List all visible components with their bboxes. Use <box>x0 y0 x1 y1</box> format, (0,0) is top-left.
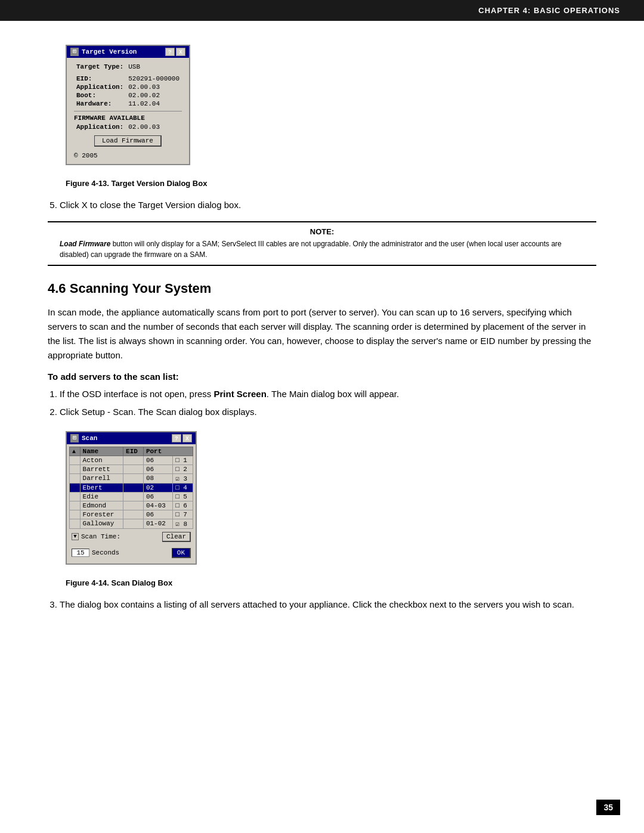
section-title: Scanning Your System <box>70 281 212 296</box>
row-sort-cell <box>70 483 80 492</box>
dialog-controls: ? X <box>165 48 185 56</box>
scan-time-row: ▼ Scan Time: Clear <box>69 529 193 545</box>
step-3-text: The dialog box contains a listing of all… <box>60 599 574 609</box>
row-name: Darrell <box>80 473 123 483</box>
step-3-item: The dialog box contains a listing of all… <box>60 598 596 612</box>
step-1-item: If the OSD interface is not open, press … <box>60 388 596 401</box>
dialog-titlebar: ⊞ Target Version ? X <box>67 46 189 58</box>
row-check-num[interactable]: □ 7 <box>173 510 193 519</box>
hardware-value: 11.02.04 <box>126 100 182 108</box>
row-port: 06 <box>143 492 172 501</box>
note-rest-text: button will only display for a SAM; Serv… <box>60 240 562 259</box>
row-sort-cell <box>70 465 80 473</box>
row-name: Forester <box>80 510 123 519</box>
step-5-list: Click X to close the Target Version dial… <box>60 199 596 212</box>
app-label: Application: <box>74 83 126 91</box>
row-sort-cell <box>70 519 80 528</box>
row-port: 06 <box>143 465 172 473</box>
row-check-num[interactable]: □ 4 <box>173 483 193 492</box>
row-port: 08 <box>143 473 172 483</box>
row-name: Edie <box>80 492 123 501</box>
hardware-row: Hardware: 11.02.04 <box>74 100 182 108</box>
boot-label: Boot: <box>74 91 126 100</box>
step-5-text: Click X to close the Target Version dial… <box>60 200 241 210</box>
figure13-caption: Figure 4-13. Target Version Dialog Box <box>66 179 596 188</box>
scan-table-row: Galloway 01-02 ☑ 8 <box>70 519 193 528</box>
scan-seconds-row: 15 Seconds OK <box>69 545 193 561</box>
row-check-num[interactable]: □ 6 <box>173 501 193 510</box>
scan-dialog-app-icon: ⊞ <box>70 434 79 442</box>
scan-seconds-label: Seconds <box>92 549 119 556</box>
app-value: 02.00.03 <box>126 83 182 91</box>
section-46-heading: 4.6 Scanning Your System <box>48 281 596 296</box>
scan-time-input[interactable]: 15 <box>72 549 89 557</box>
scan-close-button[interactable]: X <box>182 434 192 442</box>
row-port: 06 <box>143 510 172 519</box>
target-type-row: Target Type: USB <box>74 63 182 71</box>
scan-help-button[interactable]: ? <box>172 434 181 442</box>
fw-app-label: Application: <box>74 123 126 131</box>
eid-row: EID: 520291-000000 <box>74 75 182 83</box>
scan-table-row: Acton 06 □ 1 <box>70 456 193 465</box>
row-port: 01-02 <box>143 519 172 528</box>
close-button[interactable]: X <box>176 48 185 56</box>
target-type-label: Target Type: <box>74 63 126 71</box>
row-check-num[interactable]: □ 1 <box>173 456 193 465</box>
step-1-text-before: If the OSD interface is not open, press <box>60 389 213 399</box>
page-number: 35 <box>596 800 620 815</box>
row-name: Edmond <box>80 501 123 510</box>
row-sort-cell <box>70 473 80 483</box>
note-title: NOTE: <box>60 227 584 236</box>
scan-dialog-controls: ? X <box>172 434 192 442</box>
scan-dialog: ⊞ Scan ? X ▲ Name EID Port <box>66 431 197 565</box>
dialog-app-icon: ⊞ <box>70 48 79 56</box>
version-info-table: Target Type: USB EID: 520291-000000 Appl… <box>74 63 182 108</box>
step-1-text: If the OSD interface is not open, press … <box>60 389 399 399</box>
copyright-text: © 2005 <box>74 152 182 159</box>
row-sort-cell <box>70 510 80 519</box>
scan-table-row: Edie 06 □ 5 <box>70 492 193 501</box>
chapter-header-text: CHAPTER 4: BASIC OPERATIONS <box>478 6 620 15</box>
figure14-caption: Figure 4-14. Scan Dialog Box <box>66 578 596 587</box>
page-content: ⊞ Target Version ? X Target Type: USB EI… <box>0 39 644 653</box>
row-check-num[interactable]: □ 2 <box>173 465 193 473</box>
boot-value: 02.00.02 <box>126 91 182 100</box>
ok-button[interactable]: OK <box>172 548 191 558</box>
hardware-label: Hardware: <box>74 100 126 108</box>
target-type-value: USB <box>126 63 182 71</box>
name-column-header: Name <box>80 447 123 456</box>
row-port: 04-03 <box>143 501 172 510</box>
row-name: Galloway <box>80 519 123 528</box>
row-eid <box>123 473 144 483</box>
scan-table-row: Darrell 08 ☑ 3 <box>70 473 193 483</box>
firmware-section-label: FIRMWARE AVAILABLE <box>74 114 182 122</box>
step-2-item: Click Setup - Scan. The Scan dialog box … <box>60 405 596 419</box>
scan-table-row: Forester 06 □ 7 <box>70 510 193 519</box>
print-screen-bold: Print Screen <box>213 389 266 399</box>
step-3-list: The dialog box contains a listing of all… <box>60 598 596 612</box>
row-sort-cell <box>70 456 80 465</box>
fw-app-value: 02.00.03 <box>126 123 162 131</box>
row-sort-cell <box>70 501 80 510</box>
scan-servers-table: ▲ Name EID Port Acton 06 □ 1 Barrett 06 … <box>69 447 193 529</box>
step-1-text-after: . The Main dialog box will appear. <box>267 389 399 399</box>
scroll-down-icon[interactable]: ▼ <box>72 533 79 540</box>
help-button[interactable]: ? <box>165 48 175 56</box>
scan-dialog-titlebar: ⊞ Scan ? X <box>67 432 196 444</box>
port-column-header: Port <box>143 447 193 456</box>
eid-value: 520291-000000 <box>126 75 182 83</box>
sort-arrow-icon[interactable]: ▲ <box>72 448 76 455</box>
steps-1-2-list: If the OSD interface is not open, press … <box>60 388 596 419</box>
step-5-item: Click X to close the Target Version dial… <box>60 199 596 212</box>
load-firmware-button[interactable]: Load Firmware <box>94 135 162 147</box>
row-eid <box>123 456 144 465</box>
scan-table-row: Barrett 06 □ 2 <box>70 465 193 473</box>
row-check-num[interactable]: ☑ 8 <box>173 519 193 528</box>
row-check-num[interactable]: ☑ 3 <box>173 473 193 483</box>
clear-button[interactable]: Clear <box>162 532 191 542</box>
scan-dialog-body: ▲ Name EID Port Acton 06 □ 1 Barrett 06 … <box>67 444 196 563</box>
titlebar-left: ⊞ Target Version <box>70 48 137 56</box>
fw-app-row: Application: 02.00.03 <box>74 123 162 131</box>
row-check-num[interactable]: □ 5 <box>173 492 193 501</box>
sort-arrow-header: ▲ <box>70 447 80 456</box>
